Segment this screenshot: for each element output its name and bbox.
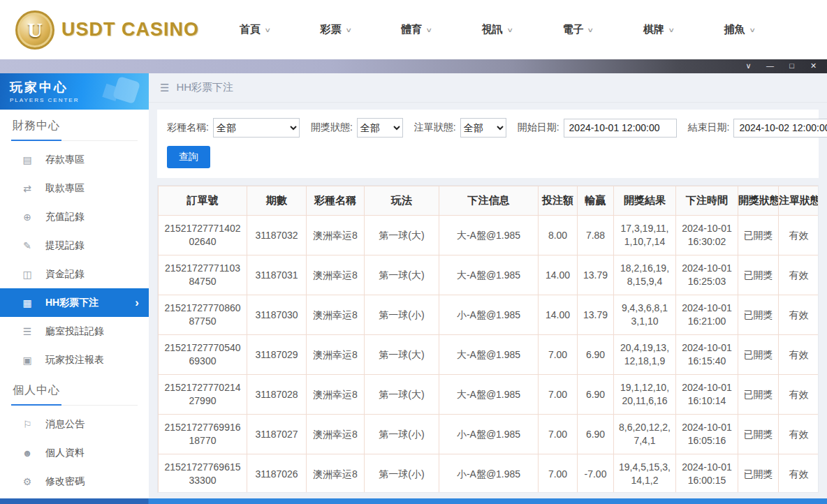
bet-status-filter: 注單狀態: 全部 — [414, 118, 506, 138]
nav-item-2[interactable]: 體育∨ — [401, 23, 432, 36]
table-row: 215217277711038475031187031澳洲幸运8第一球(大)大-… — [159, 255, 819, 295]
table-cell: 7.00 — [539, 454, 578, 494]
table-cell: 有效 — [779, 216, 819, 255]
sidebar-item-存款專區[interactable]: ▤存款專區 — [0, 145, 149, 174]
start-date-input[interactable] — [564, 119, 677, 138]
table-cell: 大-A盤@1.985 — [439, 375, 539, 415]
table-cell: 已開獎 — [738, 415, 779, 454]
sidebar-item-提現記錄[interactable]: ✎提現記錄 — [0, 231, 149, 260]
table-cell: 已開獎 — [738, 255, 779, 295]
table-cell: 2024-10-01 16:25:03 — [676, 255, 738, 295]
lottery-name-select[interactable]: 全部 — [213, 118, 300, 138]
sidebar-item-個人資料[interactable]: ☻個人資料 — [0, 438, 149, 467]
table-cell: 第一球(小) — [365, 454, 439, 494]
sidebar-item-label: 廳室投註記錄 — [45, 325, 104, 338]
nav-item-0[interactable]: 首頁∨ — [240, 23, 270, 36]
horizontal-scrollbar[interactable] — [0, 498, 827, 504]
table-cell: 已開獎 — [738, 375, 779, 415]
table-header-cell: 下注時間 — [676, 186, 738, 216]
table-cell: 6.90 — [578, 375, 614, 415]
main-nav: 首頁∨彩票∨體育∨視訊∨電子∨棋牌∨捕魚∨ — [240, 23, 754, 36]
table-cell: 31187031 — [247, 255, 307, 295]
search-button[interactable]: 查詢 — [167, 146, 210, 168]
maximize-button[interactable]: □ — [781, 59, 803, 73]
nav-item-6[interactable]: 捕魚∨ — [724, 23, 755, 36]
draw-status-filter: 開獎狀態: 全部 — [311, 118, 403, 138]
table-cell: 有效 — [779, 415, 819, 454]
lottery-name-filter: 彩種名稱: 全部 — [167, 118, 300, 138]
table-cell: 31187027 — [247, 415, 307, 454]
chevron-down-icon: ∨ — [668, 27, 675, 34]
sidebar-menu: 財務中心▤存款專區⇄取款專區⊕充值記錄✎提現記錄◫資金記錄▦HH彩票下注›☰廳室… — [0, 119, 149, 496]
table-cell: 6.90 — [578, 335, 614, 375]
main-content: ☰ HH彩票下注 彩種名稱: 全部 開獎狀態: 全部 — [149, 73, 827, 498]
lottery-name-label: 彩種名稱: — [167, 121, 209, 134]
table-cell: 大-A盤@1.985 — [439, 335, 539, 375]
minimize-button[interactable]: — — [759, 59, 781, 73]
bet-table-panel: 訂單號期數彩種名稱玩法下注信息投注額輸贏開獎結果下注時間開獎狀態注單狀態 215… — [157, 185, 819, 493]
chevron-down-icon: ∨ — [264, 27, 271, 34]
withdrawal-record-icon: ✎ — [21, 240, 34, 251]
chevron-down-icon: ∨ — [426, 27, 433, 34]
bet-status-select[interactable]: 全部 — [460, 118, 506, 138]
close-button[interactable]: ✕ — [803, 59, 824, 73]
table-cell: 大-A盤@1.985 — [439, 255, 539, 295]
nav-item-label: 首頁 — [240, 23, 261, 36]
nav-item-1[interactable]: 彩票∨ — [321, 23, 351, 36]
nav-item-3[interactable]: 視訊∨ — [482, 23, 513, 36]
sidebar-item-取款專區[interactable]: ⇄取款專區 — [0, 174, 149, 202]
chevron-down-icon: ∨ — [749, 27, 756, 34]
nav-item-label: 捕魚 — [724, 23, 745, 36]
table-header-cell: 投注額 — [539, 186, 578, 216]
table-header-cell: 下注信息 — [439, 186, 539, 216]
table-cell: 2152172777110384750 — [159, 255, 247, 295]
table-row: 215217277702142799031187028澳洲幸运8第一球(大)大-… — [159, 375, 819, 415]
sidebar-item-修改密碼[interactable]: ⚙修改密碼 — [0, 467, 149, 496]
menu-toggle-icon[interactable]: ☰ — [160, 82, 169, 94]
table-cell: 7.00 — [539, 335, 578, 375]
table-cell: 8.00 — [539, 216, 578, 255]
content-area: 玩家中心 PLAYERS CENTER 財務中心▤存款專區⇄取款專區⊕充值記錄✎… — [0, 73, 827, 498]
table-cell: 第一球(大) — [365, 216, 439, 255]
sidebar-item-充值記錄[interactable]: ⊕充值記錄 — [0, 202, 149, 231]
section-title-0: 財務中心 — [11, 119, 138, 141]
funds-record-icon: ◫ — [21, 269, 34, 280]
table-cell: 有效 — [779, 295, 819, 335]
sidebar-item-label: 存款專區 — [45, 154, 85, 166]
end-date-input[interactable] — [733, 119, 827, 138]
end-date-filter: 結束日期: — [688, 119, 827, 138]
table-cell: 13.79 — [578, 295, 614, 335]
draw-status-select[interactable]: 全部 — [357, 118, 403, 138]
table-cell: 31187028 — [247, 375, 307, 415]
table-cell: 6.90 — [578, 415, 614, 454]
logo[interactable]: U USDT CASINO — [15, 10, 199, 50]
table-cell: 14.00 — [539, 255, 578, 295]
table-header-cell: 開獎結果 — [614, 186, 676, 216]
table-header-cell: 訂單號 — [159, 186, 247, 216]
sidebar-item-資金記錄[interactable]: ◫資金記錄 — [0, 260, 149, 288]
breadcrumb: ☰ HH彩票下注 — [149, 73, 827, 103]
sidebar-item-廳室投註記錄[interactable]: ☰廳室投註記錄 — [0, 317, 149, 346]
table-header-cell: 開獎狀態 — [738, 186, 779, 216]
logo-text: USDT CASINO — [61, 19, 199, 40]
sidebar-item-label: 充值記錄 — [45, 211, 85, 223]
table-cell: -7.00 — [578, 454, 614, 494]
sidebar-item-label: 提現記錄 — [45, 239, 85, 252]
sidebar-item-HH彩票下注[interactable]: ▦HH彩票下注› — [0, 288, 149, 317]
table-row: 215217277699161877031187027澳洲幸运8第一球(小)小-… — [159, 415, 819, 454]
dropdown-button[interactable]: ∨ — [738, 59, 759, 73]
table-cell: 19,4,5,15,3,14,1,2 — [614, 454, 676, 494]
nav-item-5[interactable]: 棋牌∨ — [643, 23, 674, 36]
table-cell: 2152172777086087750 — [159, 295, 247, 335]
deposit-icon: ▤ — [21, 154, 34, 165]
table-cell: 澳洲幸运8 — [307, 415, 365, 454]
table-header-row: 訂單號期數彩種名稱玩法下注信息投注額輸贏開獎結果下注時間開獎狀態注單狀態 — [159, 186, 819, 216]
table-cell: 14.00 — [539, 295, 578, 335]
change-password-icon: ⚙ — [21, 476, 34, 487]
sidebar-item-消息公告[interactable]: ⚐消息公告 — [0, 410, 149, 438]
sidebar-item-玩家投注報表[interactable]: ▣玩家投注報表 — [0, 346, 149, 374]
table-cell: 2152172777140202640 — [159, 216, 247, 255]
nav-item-label: 彩票 — [321, 23, 342, 36]
nav-item-4[interactable]: 電子∨ — [562, 23, 593, 36]
sidebar-item-label: 消息公告 — [45, 418, 85, 431]
